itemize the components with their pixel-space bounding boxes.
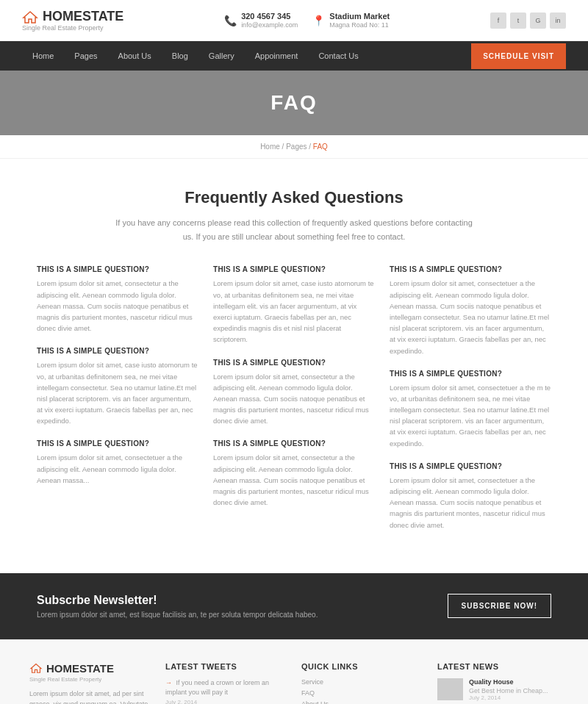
faq-question: THIS IS A SIMPLE QUESTION?	[37, 347, 198, 355]
facebook-icon[interactable]: f	[490, 12, 506, 29]
nav-blog[interactable]: Blog	[162, 41, 198, 71]
newsletter-text: Subscrbe Newsletter! Lorem ipsum dolor s…	[37, 594, 318, 619]
footer-logo-title: HOMESTATE	[46, 662, 114, 675]
news-title: Quality House	[469, 678, 548, 686]
faq-question: THIS IS A SIMPLE QUESTION?	[213, 265, 375, 273]
list-item: THIS IS A SIMPLE QUESTION? Lorem ipsum d…	[37, 347, 198, 426]
faq-question: THIS IS A SIMPLE QUESTION?	[213, 359, 375, 367]
home-icon	[22, 10, 38, 24]
tweet-arrow-icon: →	[165, 679, 172, 686]
newsletter-desc: Lorem ipsum dolor sit amet, est lisque f…	[37, 611, 318, 619]
nav-gallery[interactable]: Gallery	[198, 41, 245, 71]
list-item: THIS IS A SIMPLE QUESTION? Lorem ipsum d…	[213, 265, 375, 345]
social-icons: f t G in	[490, 12, 566, 29]
nav-pages[interactable]: Pages	[64, 41, 107, 71]
footer-quicklinks-col: QUICK LINKS Service FAQ About Us Privacy…	[301, 662, 423, 704]
news-subtitle: Get Best Home in Cheap...	[469, 687, 548, 694]
footer-logo-sub: Single Real Estate Property	[29, 676, 151, 683]
logo[interactable]: HOMESTATE Single Real Estate Property	[22, 9, 123, 32]
footer-quicklinks-title: QUICK LINKS	[301, 662, 423, 671]
faq-question: THIS IS A SIMPLE QUESTION?	[390, 265, 551, 273]
nav-about[interactable]: About Us	[108, 41, 162, 71]
tweet-text: If you need a crown or lorem an implant …	[165, 679, 269, 697]
quick-link-faq[interactable]: FAQ	[301, 689, 423, 697]
faq-answer: Lorem ipsum dolor sit amet, consectetuer…	[37, 452, 198, 486]
svg-marker-0	[24, 12, 37, 23]
linkedin-icon[interactable]: in	[550, 12, 566, 29]
footer-news-col: LATEST NEWS Quality House Get Best Home …	[437, 662, 559, 704]
faq-question: THIS IS A SIMPLE QUESTION?	[390, 462, 551, 470]
faq-col-3: THIS IS A SIMPLE QUESTION? Lorem ipsum d…	[390, 265, 551, 543]
faq-answer: Lorem ipsum dolor sit amet, case iusto a…	[37, 359, 198, 426]
quick-link-about[interactable]: About Us	[301, 700, 423, 704]
faq-answer: Lorem ipsum dolor sit amet, consectetur …	[213, 452, 375, 508]
quick-link-service[interactable]: Service	[301, 678, 423, 686]
faq-answer: Lorem ipsum dolor sit amet, consectetur …	[213, 371, 375, 427]
faq-section: Frequently Asked Questions If you have a…	[0, 159, 588, 573]
faq-answer: Lorem ipsum dolor sit amet, consectetuer…	[390, 382, 551, 449]
footer-news-title: LATEST NEWS	[437, 662, 559, 671]
header-contacts: 📞 320 4567 345 info@example.com 📍 Stadiu…	[224, 12, 390, 29]
faq-question: THIS IS A SIMPLE QUESTION?	[390, 370, 551, 378]
breadcrumb: Home / Pages / FAQ	[0, 135, 588, 159]
site-header: HOMESTATE Single Real Estate Property 📞 …	[0, 0, 588, 41]
news-text: Quality House Get Best Home in Cheap... …	[469, 678, 548, 701]
hero-title: FAQ	[0, 91, 588, 115]
svg-marker-1	[31, 664, 41, 673]
footer-logo: HOMESTATE	[29, 662, 151, 675]
list-item: THIS IS A SIMPLE QUESTION? Lorem ipsum d…	[390, 370, 551, 449]
nav-links: Home Pages About Us Blog Gallery Appoinm…	[22, 41, 369, 71]
footer-tweets-col: LATEST TWEETS → If you need a crown or l…	[165, 662, 287, 704]
address-name: Stadium Market	[329, 12, 390, 21]
list-item: THIS IS A SIMPLE QUESTION? Lorem ipsum d…	[390, 265, 551, 356]
list-item: THIS IS A SIMPLE QUESTION? Lorem ipsum d…	[213, 439, 375, 508]
faq-question: THIS IS A SIMPLE QUESTION?	[37, 265, 198, 273]
faq-columns: THIS IS A SIMPLE QUESTION? Lorem ipsum d…	[37, 265, 551, 543]
phone-number: 320 4567 345	[241, 12, 298, 21]
logo-subtitle: Single Real Estate Property	[22, 24, 123, 32]
news-thumbnail	[437, 678, 463, 700]
faq-question: THIS IS A SIMPLE QUESTION?	[213, 439, 375, 448]
faq-answer: Lorem ipsum dolor sit amet, case iusto a…	[213, 278, 375, 345]
faq-answer: Lorem ipsum dolor sit amet, consectetur …	[37, 278, 198, 334]
faq-title: Frequently Asked Questions	[37, 188, 551, 207]
list-item: THIS IS A SIMPLE QUESTION? Lorem ipsum d…	[37, 439, 198, 486]
subscribe-button[interactable]: SUBSCRIBE NOW!	[448, 594, 551, 618]
footer-home-icon	[29, 663, 43, 673]
nav-contact[interactable]: Contact Us	[308, 41, 368, 71]
list-item: Quality House Get Best Home in Cheap... …	[437, 678, 559, 701]
location-icon: 📍	[312, 15, 325, 26]
newsletter-section: Subscrbe Newsletter! Lorem ipsum dolor s…	[0, 573, 588, 639]
email-address: info@example.com	[241, 21, 298, 29]
list-item: THIS IS A SIMPLE QUESTION? Lorem ipsum d…	[37, 265, 198, 334]
faq-intro: If you have any concerns please read thi…	[110, 216, 478, 243]
twitter-icon[interactable]: t	[510, 12, 526, 29]
breadcrumb-home[interactable]: Home	[260, 143, 280, 151]
faq-col-1: THIS IS A SIMPLE QUESTION? Lorem ipsum d…	[37, 265, 198, 543]
newsletter-title: Subscrbe Newsletter!	[37, 594, 318, 607]
list-item: THIS IS A SIMPLE QUESTION? Lorem ipsum d…	[390, 462, 551, 531]
breadcrumb-pages[interactable]: Pages	[286, 143, 306, 151]
googleplus-icon[interactable]: G	[530, 12, 546, 29]
news-date: July 2, 2014	[469, 694, 548, 701]
phone-contact: 📞 320 4567 345 info@example.com	[224, 12, 298, 29]
main-nav: Home Pages About Us Blog Gallery Appoinm…	[0, 41, 588, 71]
address-detail: Magna Road No: 11	[329, 21, 389, 29]
faq-question: THIS IS A SIMPLE QUESTION?	[37, 439, 198, 448]
nav-home[interactable]: Home	[22, 41, 64, 71]
list-item: → If you need a crown or lorem an implan…	[165, 678, 287, 704]
footer: HOMESTATE Single Real Estate Property Lo…	[0, 639, 588, 704]
footer-tweets-title: LATEST TWEETS	[165, 662, 287, 671]
list-item: THIS IS A SIMPLE QUESTION? Lorem ipsum d…	[213, 359, 375, 427]
footer-brand-col: HOMESTATE Single Real Estate Property Lo…	[29, 662, 151, 704]
breadcrumb-current: FAQ	[313, 143, 328, 151]
tweet-date: July 2, 2014	[165, 698, 287, 704]
schedule-visit-button[interactable]: SCHEDULE VISIT	[471, 43, 566, 69]
faq-col-2: THIS IS A SIMPLE QUESTION? Lorem ipsum d…	[213, 265, 375, 543]
footer-desc: Lorem ipsum dolor sit amet, ad per sint …	[29, 689, 151, 704]
phone-icon: 📞	[224, 15, 237, 26]
faq-answer: Lorem ipsum dolor sit amet, consectetuer…	[390, 278, 551, 356]
logo-title: HOMESTATE	[22, 9, 123, 24]
nav-appointment[interactable]: Appoinment	[245, 41, 309, 71]
faq-answer: Lorem ipsum dolor sit amet, consectetuer…	[390, 475, 551, 531]
